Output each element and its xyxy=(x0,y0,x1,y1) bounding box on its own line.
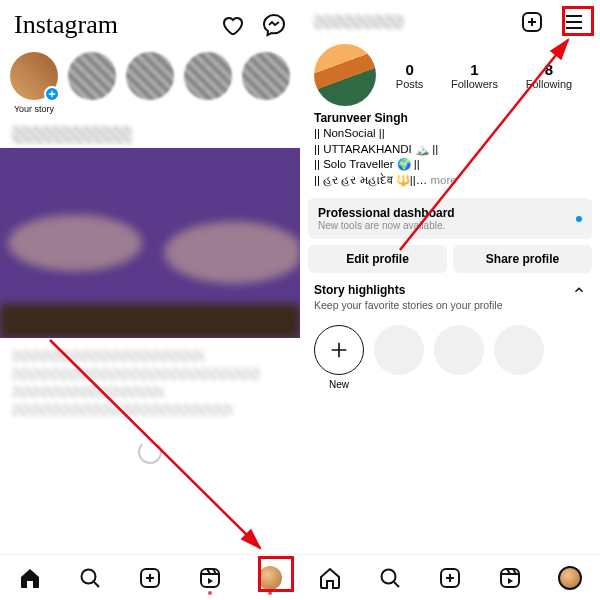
feed-header: Instagram xyxy=(0,0,300,46)
post-author-pixelated xyxy=(12,126,132,144)
highlight-placeholder xyxy=(374,325,424,375)
share-profile-button[interactable]: Share profile xyxy=(453,245,592,273)
story-item[interactable] xyxy=(184,52,232,114)
tab-profile[interactable] xyxy=(257,565,283,591)
messenger-icon[interactable] xyxy=(262,13,286,37)
pro-dash-sub: New tools are now available. xyxy=(318,220,455,231)
profile-name: Tarunveer Singh xyxy=(314,110,586,126)
profile-header xyxy=(300,0,600,40)
profile-avatar-icon[interactable] xyxy=(258,566,282,590)
create-icon[interactable] xyxy=(520,10,544,34)
stat-following[interactable]: 8 Following xyxy=(526,61,572,90)
story-highlights-section: Story highlights Keep your favorite stor… xyxy=(300,273,600,315)
loading-spinner-icon xyxy=(138,440,162,464)
highlight-placeholder xyxy=(494,325,544,375)
professional-dashboard-card[interactable]: Professional dashboard New tools are now… xyxy=(308,198,592,239)
story-item[interactable] xyxy=(68,52,116,114)
stat-followers[interactable]: 1 Followers xyxy=(451,61,498,90)
bio-line: || Solo Traveller 🌍 || xyxy=(314,157,586,173)
bio-line: || હર હર મહાદેव 🔱||… more xyxy=(314,173,586,189)
chevron-up-icon[interactable] xyxy=(572,283,586,297)
pro-dash-title: Professional dashboard xyxy=(318,206,455,220)
notification-dot-icon xyxy=(208,591,212,595)
bio-more-link[interactable]: more xyxy=(430,174,456,186)
highlight-new-label: New xyxy=(314,379,364,390)
profile-avatar-icon[interactable] xyxy=(558,566,582,590)
tab-home[interactable] xyxy=(17,565,43,591)
story-item[interactable] xyxy=(126,52,174,114)
activity-heart-icon[interactable] xyxy=(220,13,244,37)
svg-rect-2 xyxy=(201,569,219,587)
notification-dot-icon xyxy=(268,591,272,595)
svg-point-0 xyxy=(82,569,96,583)
highlight-new[interactable]: New xyxy=(314,325,364,390)
bio-line: || UTTARAKHANDI 🏔️ || xyxy=(314,142,586,158)
profile-stats: 0 Posts 1 Followers 8 Following xyxy=(382,44,586,106)
feed-screen: Instagram Your story xyxy=(0,0,300,600)
tab-create[interactable] xyxy=(437,565,463,591)
menu-hamburger-icon[interactable] xyxy=(562,10,586,34)
highlights-sub: Keep your favorite stories on your profi… xyxy=(314,299,586,311)
profile-actions: Edit profile Share profile xyxy=(300,245,600,273)
svg-rect-6 xyxy=(501,569,519,587)
tab-bar xyxy=(0,554,300,600)
post-image[interactable] xyxy=(0,148,300,338)
edit-profile-button[interactable]: Edit profile xyxy=(308,245,447,273)
tab-home[interactable] xyxy=(317,565,343,591)
profile-bio: Tarunveer Singh || NonSocial || || UTTAR… xyxy=(300,108,600,192)
tab-reels[interactable] xyxy=(497,565,523,591)
bio-line: || NonSocial || xyxy=(314,126,586,142)
feed-post xyxy=(0,122,300,476)
story-item[interactable] xyxy=(242,52,290,114)
profile-screen: 0 Posts 1 Followers 8 Following Tarunvee… xyxy=(300,0,600,600)
your-story[interactable]: Your story xyxy=(10,52,58,114)
profile-top: 0 Posts 1 Followers 8 Following xyxy=(300,40,600,108)
highlights-row: New xyxy=(300,315,600,400)
tab-reels[interactable] xyxy=(197,565,223,591)
tab-bar xyxy=(300,554,600,600)
tab-profile[interactable] xyxy=(557,565,583,591)
stories-row[interactable]: Your story xyxy=(0,46,300,122)
add-story-icon[interactable] xyxy=(44,86,60,102)
tab-search[interactable] xyxy=(377,565,403,591)
profile-avatar[interactable] xyxy=(314,44,376,106)
username-pixelated xyxy=(314,15,404,29)
instagram-logo: Instagram xyxy=(14,10,118,40)
highlight-placeholder xyxy=(434,325,484,375)
new-indicator-dot-icon xyxy=(576,216,582,222)
highlights-title: Story highlights xyxy=(314,283,405,297)
stat-posts[interactable]: 0 Posts xyxy=(396,61,424,90)
tab-search[interactable] xyxy=(77,565,103,591)
your-story-label: Your story xyxy=(14,104,54,114)
tab-create[interactable] xyxy=(137,565,163,591)
svg-point-4 xyxy=(382,569,396,583)
